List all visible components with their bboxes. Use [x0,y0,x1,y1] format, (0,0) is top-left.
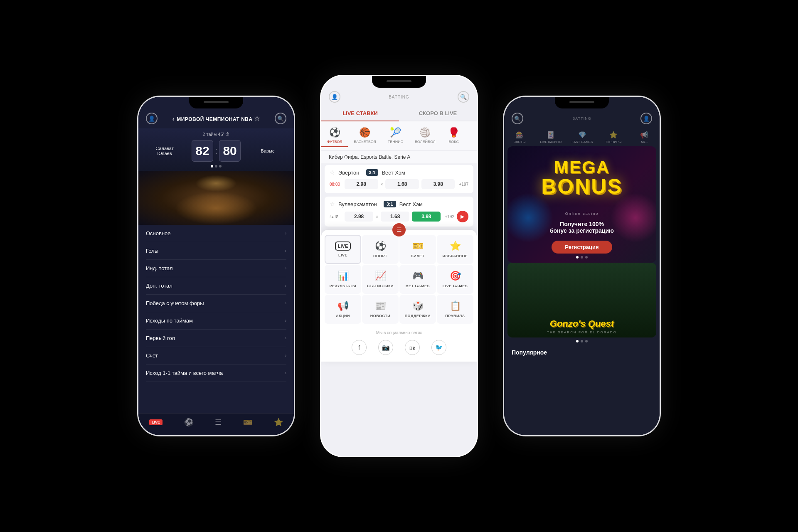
mega-bonus-text-block: MEGA BONUS [507,159,656,197]
match-1-odd3[interactable]: 3.98 [421,179,455,189]
tab-live-stavki[interactable]: LIVE СТАВКИ [321,106,399,121]
user-icon-p3[interactable]: 👤 [640,113,652,124]
match-1-more[interactable]: +197 [459,182,468,187]
match-1-star[interactable]: ☆ [330,169,335,176]
nav-slots[interactable]: 🎰 СЛОТЫ [509,131,530,144]
dot-3 [219,165,222,167]
nav-tournaments[interactable]: ⭐ ТУРНИРЫ [603,131,624,144]
casino-nav-row: 🎰 СЛОТЫ 🃏 LIVE КАЗИНО 💎 FAST GAMES ⭐ ТУР… [504,128,660,146]
menu-item-isxody-taymam[interactable]: Исходы по таймам › [146,312,286,330]
menu-item-pobeda[interactable]: Победа с учетом форы › [146,295,286,312]
nav-rules-icon: 📋 [450,300,461,311]
match-2-odd3[interactable]: 3.98 [412,212,441,222]
twitter-icon[interactable]: 🐦 [431,340,446,355]
dot-1 [211,165,213,167]
bottom-ticket[interactable]: 🎫 [243,418,252,427]
match-2-odd2[interactable]: 1.68 [381,212,409,222]
match-2-more[interactable]: +192 [445,214,454,219]
menu-item-osnovnoe[interactable]: Основное › [146,225,286,242]
team1-name: Салават Юлаев [150,146,179,156]
search-icon-p3[interactable]: 🔍 [512,113,523,124]
nav-more[interactable]: 📢 АК... [634,131,655,144]
match-2-odd1[interactable]: 2.98 [345,212,373,222]
menu-item-isxod-1-tay[interactable]: Исход 1-1 тайма и всего матча › [146,365,286,382]
nav-live[interactable]: LIVE LIVE [325,235,361,264]
nav-support[interactable]: 🎲 ПОДДЕРЖКА [399,295,436,324]
casino-label: Online casino [565,212,599,216]
boxing-icon: 🥊 [448,127,459,138]
match-2-team2: Вест Хэм [399,201,423,207]
match-1-odd2[interactable]: 1.68 [385,179,419,189]
fast-games-label: FAST GAMES [572,140,593,144]
x-label-2: × [376,214,378,219]
nav-support-icon: 🎲 [412,300,424,311]
live-casino-label: LIVE КАЗИНО [540,140,562,144]
match-1-team2: Вест Хэм [382,170,405,176]
play-button[interactable]: ▶ [457,211,468,222]
nav-ticket-icon: 🎫 [412,241,424,251]
user-icon-p2[interactable]: 👤 [329,91,340,103]
sport-volleyball[interactable]: 🏐 ВОЛЕЙБОЛ [409,125,441,147]
nav-statistics[interactable]: 📈 СТАТИСТИКА [362,265,399,294]
match-1-odds: 08:00 2.98 × 1.68 3.98 +197 [330,179,468,189]
arena-lights [195,175,237,192]
bottom-menu[interactable]: ☰ [215,418,222,427]
match-1-odd1[interactable]: 2.98 [345,179,378,189]
nav-rules[interactable]: 📋 ПРАВИЛА [437,295,473,324]
menu-item-perviy-gol[interactable]: Первый гол › [146,330,286,347]
nav-news[interactable]: 📰 НОВОСТИ [362,295,399,324]
sport-boxing[interactable]: 🥊 БОКС [441,125,466,147]
nav-live-casino[interactable]: 🃏 LIVE КАЗИНО [540,131,562,144]
boxing-label: БОКС [448,140,458,144]
tennis-icon: 🎾 [390,127,401,138]
favorite-icon[interactable]: ☆ [254,115,260,122]
card-dots [504,337,660,345]
facebook-icon[interactable]: f [352,340,367,355]
bottom-live[interactable]: LIVE [149,419,163,425]
match-2-star[interactable]: ☆ [330,201,335,207]
nav-ticket[interactable]: 🎫 БИЛЕТ [399,235,436,264]
tab-skoro-live[interactable]: СКОРО В LIVE [399,106,477,121]
bonus-description: Получите 100%бонус за регистрацию [550,221,614,234]
vk-icon[interactable]: вк [405,340,420,355]
menu-label-9: Исход 1-1 тайма и всего матча [146,370,223,376]
banner-dot-2 [581,256,583,259]
back-arrow[interactable]: ‹ [172,115,177,122]
chevron-icon-2: › [285,249,286,253]
card-dot-2 [581,340,583,342]
volleyball-label: ВОЛЕЙБОЛ [415,140,436,144]
phone-1: 👤 ‹ МИРОВОЙ ЧЕМПИОНАТ NBA ☆ 🔍 2 тайм 45'… [137,96,295,436]
nav-favorite[interactable]: ⭐ ИЗБРАННОЕ [437,235,473,264]
nav-grid: LIVE LIVE ⚽ СПОРТ 🎫 БИЛЕТ ⭐ ИЗБРАННОЕ [321,235,477,327]
user-icon[interactable]: 👤 [146,113,158,124]
nav-fast-games[interactable]: 💎 FAST GAMES [572,131,593,144]
slots-label: СЛОТЫ [514,140,526,144]
menu-item-schet[interactable]: Счет › [146,347,286,365]
nav-results[interactable]: 📊 РЕЗУЛЬТАТЫ [325,265,361,294]
nav-live-games[interactable]: 🎯 LIVE GAMES [437,265,473,294]
game-card-gonzo[interactable]: Gonzo's Quest THE SEARCH FOR EL DORADO [507,263,656,337]
menu-item-ind-total[interactable]: Инд. тотал › [146,260,286,277]
chevron-icon-5: › [285,301,286,305]
sport-football[interactable]: ⚽ ФУТБОЛ [321,125,348,147]
menu-item-dop-total[interactable]: Доп. тотал › [146,277,286,295]
mega-text: MEGA [507,159,656,176]
instagram-icon[interactable]: 📷 [378,340,393,355]
chevron-icon-8: › [285,353,286,358]
search-icon[interactable]: 🔍 [275,113,286,124]
bottom-sport[interactable]: ⚽ [184,418,193,427]
registration-button[interactable]: Регистрация [552,241,612,254]
menu-item-goly[interactable]: Голы › [146,242,286,260]
search-icon-p2[interactable]: 🔍 [458,91,469,103]
bottom-favorite[interactable]: ⭐ [274,418,283,427]
nav-close-button[interactable]: ☰ [392,223,406,236]
sport-basketball[interactable]: 🏀 БАСКЕТБОЛ [348,125,382,147]
nav-live-games-icon: 🎯 [450,271,461,281]
nav-bet-games[interactable]: 🎮 BET GAMES [399,265,436,294]
nav-promos[interactable]: 📢 АКЦИИ [325,295,361,324]
sport-tennis[interactable]: 🎾 ТЕННИС [382,125,409,147]
live-tabs: LIVE СТАВКИ СКОРО В LIVE [321,106,477,121]
score2: 80 [219,140,241,162]
nav-sport[interactable]: ⚽ СПОРТ [362,235,399,264]
match-1-team1: Эвертон [338,170,360,176]
